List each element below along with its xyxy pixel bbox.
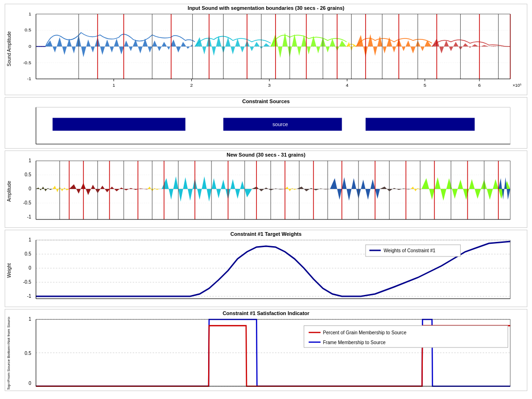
svg-text:×10⁵: ×10⁵ xyxy=(513,83,522,88)
svg-text:0.5: 0.5 xyxy=(25,351,31,356)
svg-text:0.5: 0.5 xyxy=(25,172,31,177)
panel1-plot: 1 0.5 0 -0.5 -1 Sound Amplitude 1 2 3 4 … xyxy=(5,12,527,93)
svg-text:-0.5: -0.5 xyxy=(23,200,31,205)
svg-text:1: 1 xyxy=(29,158,31,163)
svg-text:3: 3 xyxy=(268,83,271,88)
svg-text:5: 5 xyxy=(424,83,427,88)
panel3-title: New Sound (30 secs - 31 grains) xyxy=(5,151,527,158)
svg-text:2: 2 xyxy=(190,83,193,88)
svg-text:0.5: 0.5 xyxy=(25,251,31,256)
svg-text:0: 0 xyxy=(29,44,31,49)
panel1-title: Input Sound with segmentation boundaries… xyxy=(5,4,527,12)
svg-rect-66 xyxy=(366,118,475,130)
panel4-title: Constraint #1 Target Weights xyxy=(5,230,527,238)
svg-text:4: 4 xyxy=(346,83,349,88)
svg-text:1: 1 xyxy=(29,12,31,16)
panel-new-sound: New Sound (30 secs - 31 grains) 1 0.5 0 … xyxy=(5,151,527,228)
panel5-title: Constraint #1 Satisfaction Indicator xyxy=(5,309,527,317)
panel2-title: Constraint Sources xyxy=(5,98,527,105)
svg-text:1: 1 xyxy=(29,238,31,242)
panel-input-sound: Input Sound with segmentation boundaries… xyxy=(5,4,527,95)
svg-text:0.5: 0.5 xyxy=(25,28,32,33)
svg-text:0: 0 xyxy=(29,265,31,271)
svg-text:6: 6 xyxy=(478,83,481,88)
svg-text:Sound Amplitude: Sound Amplitude xyxy=(7,31,12,66)
svg-text:source: source xyxy=(272,121,288,127)
svg-text:1: 1 xyxy=(112,83,115,88)
svg-text:-1: -1 xyxy=(27,76,31,81)
svg-text:Percent of Grain Membership to: Percent of Grain Membership to Source xyxy=(323,330,406,335)
panel-satisfaction-indicator: Constraint #1 Satisfaction Indicator 1 0… xyxy=(5,309,527,391)
svg-text:Weights of Constraint #1: Weights of Constraint #1 xyxy=(383,248,435,253)
panel3-plot: 1 0.5 0 -0.5 -1 Amplitude xyxy=(5,158,527,226)
svg-text:Top=From Source Bottom=Not fro: Top=From Source Bottom=Not from Source xyxy=(7,317,11,390)
svg-text:0: 0 xyxy=(29,381,31,386)
svg-text:1: 1 xyxy=(29,317,31,322)
svg-text:-1: -1 xyxy=(27,214,31,219)
svg-text:Frame Membership to Source: Frame Membership to Source xyxy=(323,340,386,345)
svg-text:Amplitude: Amplitude xyxy=(7,181,12,202)
panel-constraint-weights: Constraint #1 Target Weights 1 0.5 0 -0.… xyxy=(5,230,527,307)
panel4-plot: 1 0.5 0 -0.5 -1 Weight Weights of Constr… xyxy=(5,238,527,306)
svg-rect-64 xyxy=(52,118,185,130)
svg-text:-0.5: -0.5 xyxy=(23,60,31,65)
panel5-plot: 1 0.5 0 Top=From Source Bottom=Not from … xyxy=(5,317,527,390)
svg-text:-0.5: -0.5 xyxy=(23,279,31,285)
svg-text:Weight: Weight xyxy=(7,263,12,278)
main-container: Input Sound with segmentation boundaries… xyxy=(0,0,532,399)
panel-constraint-sources: Constraint Sources source xyxy=(5,97,527,149)
svg-text:0: 0 xyxy=(29,186,31,191)
panel2-plot: source xyxy=(5,105,527,147)
svg-text:-1: -1 xyxy=(27,294,31,299)
